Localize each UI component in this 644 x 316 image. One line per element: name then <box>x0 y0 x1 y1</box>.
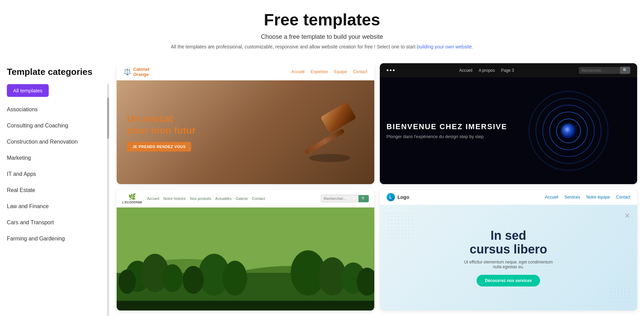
sidebar-item-real-estate[interactable]: Real Estate <box>7 182 110 199</box>
t3-nav-galerie: Galerie <box>236 196 248 201</box>
t1-nav-equipe: Equipe <box>334 69 347 74</box>
farm-landscape-svg <box>117 207 374 311</box>
gavel-svg <box>289 98 364 167</box>
svg-point-20 <box>183 266 204 294</box>
svg-rect-0 <box>320 102 356 134</box>
t1-hero-content: Un avocatpour mon futur JE PRENDS RENDEZ… <box>127 113 196 151</box>
t4-nav-services: Services <box>564 195 580 200</box>
t1-hero-text: Un avocatpour mon futur <box>127 113 196 136</box>
t3-search-wrap: 🔍 <box>321 195 369 202</box>
t3-nav-histoire: Notre histoire <box>163 196 186 201</box>
sidebar-item-associations[interactable]: Associations <box>7 102 110 118</box>
main-layout: Template categories All templates Associ… <box>0 56 644 316</box>
sidebar-item-farming[interactable]: Farming and Gardening <box>7 231 110 247</box>
sidebar-scrollbar[interactable] <box>107 84 110 316</box>
t4-nav-accueil: Accueil <box>545 195 558 200</box>
t1-cta-button[interactable]: JE PRENDS RENDEZ VOUS <box>127 142 191 151</box>
svg-rect-25 <box>117 301 374 311</box>
t3-logo-text: L'ECOFERME <box>122 201 142 204</box>
all-templates-button[interactable]: All templates <box>7 84 49 97</box>
t1-logo: ⚖️ CabinetOrange <box>124 67 150 77</box>
t1-logo-text: CabinetOrange <box>133 67 150 77</box>
t4-logo-text: Logo <box>398 194 409 200</box>
t3-nav-produits: Nos produits <box>190 196 211 201</box>
t3-nav-contact: Contact <box>252 196 265 201</box>
sidebar-item-cars[interactable]: Cars and Transport <box>7 215 110 231</box>
t3-nav-links: Accueil Notre histoire Nos produits Actu… <box>147 196 316 201</box>
t2-dot-3 <box>393 69 395 71</box>
template-card-law[interactable]: ⚖️ CabinetOrange Accueil Expertise Equip… <box>117 63 374 184</box>
t1-gavel-visual <box>289 98 364 167</box>
sidebar-item-construction[interactable]: Construction and Renovation <box>7 134 110 150</box>
t3-nav-actualites: Actualités <box>215 196 232 201</box>
t2-dot-1 <box>387 69 388 71</box>
t4-nav-contact: Contact <box>616 195 630 200</box>
svg-point-2 <box>309 154 350 162</box>
t1-hero: Un avocatpour mon futur JE PRENDS RENDEZ… <box>117 80 374 184</box>
t4-navbar: L Logo Accueil Services Notre équipe Con… <box>380 190 637 205</box>
sidebar-item-law[interactable]: Law and Finance <box>7 199 110 215</box>
page-header: Free templates Choose a free template to… <box>0 0 644 56</box>
page-description: All the templates are professional, cust… <box>7 44 637 49</box>
t2-nav-links: Accueil A propos Page 3 <box>401 68 572 73</box>
t4-nav-equipe: Notre équipe <box>586 195 610 200</box>
t1-logo-icon: ⚖️ <box>124 68 131 76</box>
t1-navbar: ⚖️ CabinetOrange Accueil Expertise Equip… <box>117 63 374 80</box>
t4-logo: L Logo <box>387 193 409 201</box>
sidebar-item-it[interactable]: IT and Apps <box>7 166 110 182</box>
t3-hero <box>117 207 374 311</box>
sidebar-item-marketing[interactable]: Marketing <box>7 150 110 166</box>
t4-logo-icon: L <box>387 193 395 201</box>
sidebar: Template categories All templates Associ… <box>0 63 110 316</box>
t2-nav-accueil: Accueil <box>459 68 472 73</box>
sidebar-title: Template categories <box>7 67 110 77</box>
t2-hero: BIENVENUE CHEZ IMERSIVE Plonger dans l'e… <box>380 77 637 184</box>
t2-nav-apropos: A propos <box>479 68 495 73</box>
t4-grid-dots <box>387 212 414 239</box>
t2-hero-subtitle: Plonger dans l'expérience du design step… <box>387 134 631 139</box>
scrollbar-track <box>107 84 109 316</box>
t4-hero-subtitle: Ut efficitur elementum neque, eget condi… <box>460 260 557 269</box>
t4-hero-text: In sedcursus libero <box>470 229 547 256</box>
t2-hero-title: BIENVENUE CHEZ IMERSIVE <box>387 122 631 131</box>
page-subtitle: Choose a free template to build your web… <box>7 33 637 41</box>
t4-cta-button[interactable]: Découvrez nos services <box>477 275 540 286</box>
svg-point-17 <box>118 269 136 294</box>
template-card-dark[interactable]: Accueil A propos Page 3 🔍 <box>380 63 637 184</box>
t2-search-input[interactable] <box>579 67 620 74</box>
t3-search-button[interactable]: 🔍 <box>359 195 369 202</box>
t4-close-icon[interactable]: ✕ <box>624 212 630 220</box>
template-grid: ⚖️ CabinetOrange Accueil Expertise Equip… <box>110 63 644 316</box>
t3-navbar: 🌿 L'ECOFERME Accueil Notre histoire Nos … <box>117 190 374 207</box>
t4-grid-dots-br <box>610 283 630 304</box>
t1-nav-contact: Contact <box>353 69 367 74</box>
svg-point-16 <box>162 264 183 292</box>
t2-dots <box>387 69 395 71</box>
t4-nav-links: Accueil Services Notre équipe Contact <box>415 195 630 200</box>
sidebar-item-consulting[interactable]: Consulting and Coaching <box>7 118 110 134</box>
t3-nav-accueil: Accueil <box>147 196 159 201</box>
t2-dot-2 <box>390 69 391 71</box>
svg-rect-1 <box>304 128 345 155</box>
page-title: Free templates <box>7 10 637 29</box>
t1-nav-links: Accueil Expertise Equipe Contact <box>291 69 367 74</box>
t3-logo-icon: 🌿 <box>128 193 136 201</box>
description-text-before: All the templates are professional, cust… <box>171 44 417 49</box>
category-list: Associations Consulting and Coaching Con… <box>7 102 110 247</box>
t4-hero: ✕ In sedcursus libero Ut efficitur eleme… <box>380 205 637 311</box>
t3-search-input[interactable] <box>321 195 359 202</box>
scrollbar-thumb[interactable] <box>107 98 109 139</box>
template-card-farm[interactable]: 🌿 L'ECOFERME Accueil Notre histoire Nos … <box>117 190 374 311</box>
building-link[interactable]: building your own website. <box>417 44 473 49</box>
template-card-blue[interactable]: L Logo Accueil Services Notre équipe Con… <box>380 190 637 311</box>
t2-nav-page3: Page 3 <box>501 68 514 73</box>
t2-navbar: Accueil A propos Page 3 🔍 <box>380 63 637 77</box>
t1-nav-accueil: Accueil <box>291 69 305 74</box>
t2-search-wrap: 🔍 <box>579 67 630 74</box>
t2-search-button[interactable]: 🔍 <box>620 67 630 74</box>
t3-logo: 🌿 L'ECOFERME <box>122 193 142 204</box>
svg-point-19 <box>223 261 247 295</box>
t1-nav-expertise: Expertise <box>311 69 328 74</box>
